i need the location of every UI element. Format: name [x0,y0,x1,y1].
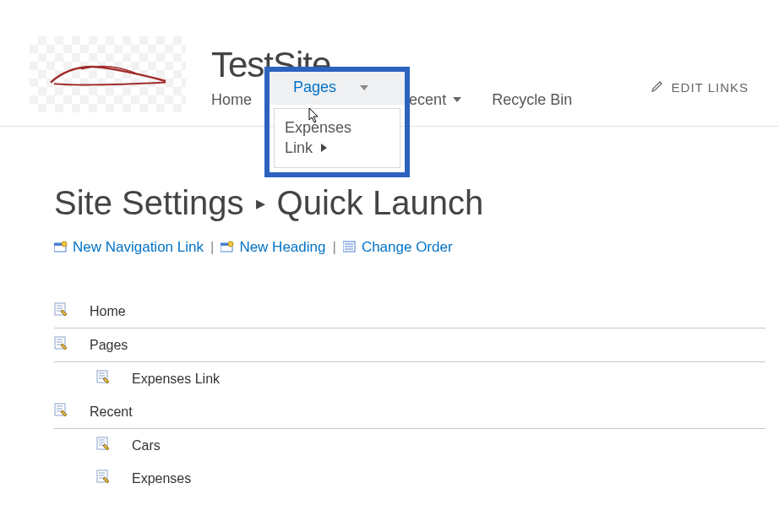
action-links: New Navigation Link | New Heading | Chan… [54,239,765,256]
action-new-heading[interactable]: New Heading [221,239,325,256]
breadcrumb-quick-launch: Quick Launch [277,184,484,222]
nav-recycle-bin[interactable]: Recycle Bin [492,91,572,109]
ql-label: Expenses Link [132,372,220,387]
ql-label: Pages [90,338,128,353]
breadcrumb-site-settings[interactable]: Site Settings [54,184,244,222]
nav-home[interactable]: Home [211,91,252,109]
chevron-down-icon [453,97,461,102]
ql-label: Home [90,304,126,319]
chevron-right-icon [321,144,327,152]
ql-label: Recent [90,404,133,420]
edit-icon[interactable] [54,302,69,321]
svg-point-2 [62,242,67,247]
quick-launch-list: Home Pages Expenses Link Recent Cars [54,295,765,495]
order-icon [343,240,358,252]
ql-row-expenses: Expenses [54,462,765,495]
main-content: Site Settings ▸ Quick Launch New Navigat… [0,127,779,495]
dropdown-item-line1: Expenses [285,119,351,136]
edit-links-button[interactable]: EDIT LINKS [651,80,749,95]
svg-point-5 [228,242,233,247]
edit-icon[interactable] [96,437,112,455]
edit-icon[interactable] [54,336,69,355]
ql-row-pages: Pages [54,328,765,362]
nav-pages[interactable]: Pages [270,72,405,105]
chevron-right-icon: ▸ [256,193,265,214]
nav-pages-highlighted: Pages Expenses Link [264,67,410,177]
edit-icon[interactable] [54,403,69,421]
action-label: New Heading [239,239,325,256]
page-title: Site Settings ▸ Quick Launch [54,184,765,222]
link-icon [54,240,69,252]
dropdown-item-line2: Link [285,138,313,158]
action-new-navigation-link[interactable]: New Navigation Link [54,239,204,256]
nav-recent[interactable]: ecent [409,91,461,109]
action-change-order[interactable]: Change Order [343,239,453,256]
pencil-icon [651,80,663,95]
action-label: Change Order [362,239,453,256]
site-logo[interactable] [30,36,186,112]
divider: | [210,239,214,256]
edit-icon[interactable] [96,470,112,488]
ql-row-home: Home [54,295,765,328]
ql-label: Cars [132,438,161,453]
nav-pages-label: Pages [293,79,336,96]
car-logo-icon [41,54,176,95]
pages-dropdown: Expenses Link [274,108,400,168]
edit-icon[interactable] [96,370,112,388]
chevron-down-icon [360,85,368,90]
divider: | [332,239,335,256]
ql-label: Expenses [132,471,191,486]
ql-row-expenses-link: Expenses Link [54,362,765,395]
heading-icon [221,240,236,252]
action-label: New Navigation Link [73,239,204,256]
edit-links-label: EDIT LINKS [672,80,749,95]
ql-row-cars: Cars [54,429,765,462]
dropdown-item-expenses-link[interactable]: Expenses Link [285,117,390,159]
nav-recent-label: ecent [409,91,446,109]
ql-row-recent: Recent [54,395,765,429]
